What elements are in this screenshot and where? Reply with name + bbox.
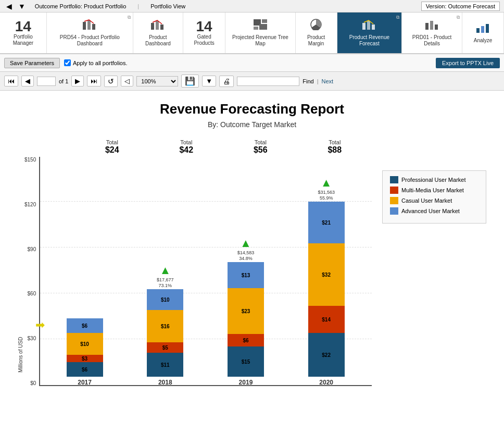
- svg-rect-2: [92, 24, 95, 30]
- bars-row: ➡ $6 $3 $10 $6 2017: [39, 157, 372, 386]
- sidebar-item-portfolio-manager[interactable]: 14 Portfolio Manager: [0, 13, 47, 53]
- svg-rect-14: [425, 23, 429, 30]
- prev-page-button[interactable]: ◀: [21, 76, 34, 86]
- find-input[interactable]: [237, 77, 299, 86]
- svg-rect-19: [486, 24, 489, 33]
- seg-casual-2019: $23: [228, 288, 264, 334]
- chart-container: Total $24 Total $42 Total $56 Total $88: [18, 139, 486, 397]
- export-button[interactable]: Export to PPTX Live: [436, 58, 500, 68]
- total-label-1: Total: [149, 139, 224, 145]
- seg-prof-2020: $22: [308, 333, 345, 377]
- sidebar-item-product-dashboard[interactable]: Product Dashboard: [133, 13, 183, 53]
- seg-prof-2019: $15: [228, 346, 264, 377]
- annotation-2020: $31,56355.9%: [318, 190, 335, 202]
- svg-rect-0: [83, 22, 86, 30]
- product-margin-icon: [309, 19, 323, 33]
- x-label-2019: 2019: [239, 379, 253, 386]
- gated-products-label: Gated Products: [188, 34, 220, 46]
- apply-checkbox[interactable]: [64, 59, 71, 66]
- chart-axes: Millions of USD $150 $120 $90 $60 $30 $0: [18, 157, 372, 397]
- zoom-select[interactable]: 100% 50% 75% 125% 150%: [136, 76, 178, 86]
- svg-rect-7: [262, 19, 267, 23]
- legend-swatch-casual: [390, 197, 398, 204]
- reset-button[interactable]: ↺: [104, 76, 118, 87]
- page-nav: ⏮ ◀ 1 of 1 ▶ ⏭ ↺ ◁ 100% 50% 75% 125% 150…: [0, 72, 504, 91]
- seg-casual-2020: $32: [308, 243, 345, 306]
- svg-rect-13: [372, 24, 375, 30]
- treemap-icon: [253, 19, 268, 33]
- sidebar-item-product-revenue-forecast[interactable]: ⧉ Product Revenue Forecast: [337, 13, 402, 53]
- bar-col-2017: $6 $3 $10 $6: [67, 318, 103, 377]
- back-nav-button[interactable]: ◁: [121, 76, 133, 86]
- annotation-2019: $14,58334.8%: [237, 250, 255, 262]
- product-margin-label: Product Margin: [301, 34, 332, 47]
- x-label-2017: 2017: [78, 379, 92, 386]
- bar-col-2018: $11 $5 $16 $10: [147, 289, 183, 377]
- page-number-input[interactable]: 1: [37, 77, 56, 86]
- svg-rect-4: [156, 21, 159, 30]
- total-label-3: Total: [298, 139, 372, 145]
- svg-rect-9: [259, 24, 267, 30]
- product-dashboard-label: Product Dashboard: [138, 34, 178, 47]
- total-label-0: Total: [75, 139, 149, 145]
- print-button[interactable]: 🖨: [219, 76, 234, 87]
- legend-label-advanced: Advanced User Market: [401, 208, 460, 214]
- svg-rect-12: [367, 21, 370, 30]
- legend-label-multimedia: Multi-Media User Market: [401, 187, 464, 193]
- total-value-0: $24: [75, 145, 149, 155]
- last-page-button[interactable]: ⏭: [87, 76, 101, 86]
- top-bar: ◀ ▼ Outcome Portfolio: Product Portfolio…: [0, 0, 504, 13]
- y-tick-2: $90: [28, 246, 36, 252]
- portfolio-manager-number: 14: [15, 19, 31, 34]
- sidebar-item-prd54[interactable]: ⧉ PRD54 - Product Portfolio Dashboard: [47, 13, 133, 53]
- total-col-1: Total $42: [149, 139, 224, 155]
- seg-adv-2017: $6: [67, 318, 103, 333]
- seg-adv-2018: $10: [147, 289, 183, 310]
- first-page-button[interactable]: ⏮: [4, 76, 18, 86]
- portfolio-manager-label: Portfolio Manager: [5, 34, 41, 46]
- report-area: Revenue Forecasting Report By: Outcome T…: [0, 91, 504, 407]
- bar-group-2017: ➡ $6 $3 $10 $6 2017: [67, 318, 103, 386]
- seg-multi-2017: $3: [67, 355, 103, 362]
- product-revenue-label: Product Revenue Forecast: [343, 34, 397, 47]
- sidebar-item-product-margin[interactable]: Product Margin: [296, 13, 337, 53]
- chart-plot-area: ➡ $6 $3 $10 $6 2017: [39, 157, 372, 397]
- bar-group-2018: ▲ $17,67773.1% $11 $5 $16 $10 2018: [147, 265, 183, 386]
- save-parameters-button[interactable]: Save Parameters: [4, 58, 60, 68]
- seg-casual-2018: $16: [147, 310, 183, 342]
- sidebar-item-prd01[interactable]: ⧉ PRD01 - Product Details: [402, 13, 462, 53]
- find-label: Find: [303, 78, 313, 84]
- seg-multi-2019: $6: [228, 334, 264, 346]
- gated-products-number: 14: [196, 19, 212, 34]
- corner-expand-icon2: ⧉: [396, 15, 399, 20]
- svg-rect-18: [481, 26, 484, 33]
- sidebar-item-analyze[interactable]: Analyze: [462, 13, 504, 53]
- sidebar-item-projected-revenue[interactable]: Projected Revenue Tree Map: [225, 13, 295, 53]
- total-value-3: $88: [298, 145, 372, 155]
- legend-label-casual: Casual User Market: [401, 197, 452, 204]
- apply-all-portfolios-checkbox[interactable]: Apply to all portfolios.: [64, 59, 128, 66]
- legend-swatch-multimedia: [390, 187, 398, 194]
- product-revenue-icon: [362, 19, 376, 33]
- seg-casual-2017: $10: [67, 333, 103, 355]
- save-icon-button[interactable]: 💾: [181, 75, 199, 88]
- corner-expand-icon3: ⧉: [457, 15, 460, 20]
- back-button[interactable]: ◀: [4, 2, 14, 10]
- bar-col-2019: $15 $6 $23 $13: [228, 262, 264, 377]
- projected-revenue-label: Projected Revenue Tree Map: [231, 34, 289, 47]
- y-tick-0: $150: [24, 157, 36, 163]
- total-value-1: $42: [149, 145, 224, 155]
- seg-multi-2018: $5: [147, 342, 183, 353]
- analyze-icon: [476, 22, 490, 36]
- ribbon: 14 Portfolio Manager ⧉ PRD54 - Product P…: [0, 13, 504, 54]
- sidebar-item-gated-products[interactable]: 14 Gated Products: [183, 13, 225, 53]
- dropdown-button[interactable]: ▼: [16, 2, 28, 10]
- seg-multi-2020: $14: [308, 306, 345, 333]
- total-col-3: Total $88: [298, 139, 372, 155]
- seg-adv-2019: $13: [228, 262, 264, 288]
- next-label[interactable]: Next: [322, 78, 334, 84]
- next-page-button[interactable]: ▶: [71, 76, 84, 86]
- seg-adv-2020: $21: [308, 202, 345, 243]
- prd01-icon: [425, 19, 439, 33]
- save-dropdown-button[interactable]: ▼: [202, 76, 216, 86]
